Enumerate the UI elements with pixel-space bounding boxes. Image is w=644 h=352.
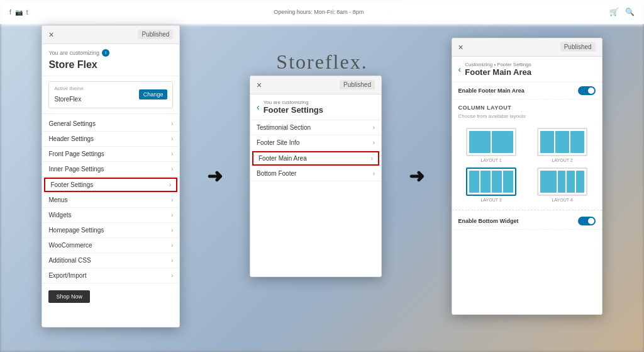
- layout-1-item[interactable]: LAYOUT 1: [458, 128, 525, 162]
- arrow-2: ➜: [409, 165, 425, 187]
- active-theme-name: StoreFlex: [54, 96, 81, 103]
- layout-2-box[interactable]: [537, 128, 587, 156]
- panel2-title: Footer Settings: [264, 105, 323, 115]
- chevron-icon: ›: [171, 150, 173, 157]
- layout-col: [555, 131, 569, 153]
- enable-footer-label: Enable Footer Main Area: [458, 88, 525, 94]
- layout-3-item[interactable]: LAYOUT 3: [458, 167, 525, 202]
- menu-item-woocommerce[interactable]: WooCommerce ›: [42, 238, 179, 253]
- chevron-icon: ›: [371, 155, 373, 162]
- menu-item-front-page-settings[interactable]: Front Page Settings ›: [42, 147, 179, 162]
- panel2-customizing-label: You are customizing: [264, 99, 323, 105]
- menu-item-additional-css[interactable]: Additional CSS ›: [42, 253, 179, 268]
- panel3-back-header: ‹ Customizing • Footer Settings Footer M…: [452, 57, 602, 82]
- menu-item-widgets[interactable]: Widgets ›: [42, 208, 179, 223]
- layout-col: [570, 131, 584, 153]
- column-layout-subtitle: Choose from available layouts: [452, 113, 602, 123]
- panel2-menu-footer-site-info[interactable]: Footer Site Info ›: [250, 135, 381, 150]
- chevron-icon: ›: [169, 181, 171, 188]
- shop-now-button[interactable]: Shop Now: [48, 290, 90, 303]
- active-theme-box: Active theme StoreFlex Change: [48, 81, 173, 108]
- enable-bottom-widget-row: Enable Bottom Widget: [452, 213, 602, 230]
- layout-1-box[interactable]: [466, 128, 516, 156]
- panel2-close-button[interactable]: ×: [257, 80, 262, 90]
- enable-bottom-widget-label: Enable Bottom Widget: [458, 218, 519, 224]
- layout-col: [558, 171, 566, 193]
- chevron-icon: ›: [373, 124, 375, 131]
- chevron-icon: ›: [171, 196, 173, 203]
- layout-col: [540, 131, 554, 153]
- menu-separator-1: [42, 113, 179, 114]
- panel2-back-button[interactable]: ‹: [257, 102, 260, 112]
- panel3-header: × Published: [452, 38, 602, 57]
- menu-item-menus[interactable]: Menus ›: [42, 193, 179, 208]
- menu-item-export-import[interactable]: Export/Import ›: [42, 268, 179, 283]
- panel3-back-button[interactable]: ‹: [458, 64, 462, 74]
- column-layout-title: Column Layout: [452, 99, 602, 113]
- panel1-title: Store Flex: [42, 58, 179, 76]
- layout-col: [480, 171, 491, 193]
- active-theme-label: Active theme: [54, 86, 83, 91]
- layout-col: [576, 171, 584, 193]
- panel3-title: Footer Main Area: [465, 67, 531, 77]
- menu-item-footer-settings[interactable]: Footer Settings ›: [44, 178, 177, 192]
- menu-item-header-settings[interactable]: Header Settings ›: [42, 132, 179, 147]
- layout-3-box[interactable]: [466, 167, 516, 196]
- chevron-icon: ›: [171, 242, 173, 249]
- menu-item-general-settings[interactable]: General Settings ›: [42, 116, 179, 132]
- chevron-icon: ›: [373, 139, 375, 146]
- panel1-header: × Published: [42, 26, 179, 44]
- layout-col: [492, 171, 502, 193]
- panel2-back-header: ‹ You are customizing Footer Settings: [250, 94, 381, 120]
- layout-col: [492, 131, 513, 153]
- panel2-menu-testimonial[interactable]: Testimonial Section ›: [250, 120, 381, 135]
- layout-col: [469, 171, 479, 193]
- enable-footer-toggle[interactable]: [578, 86, 596, 95]
- chevron-icon: ›: [171, 166, 173, 173]
- panel2-header: × Published: [250, 76, 381, 94]
- layout-4-box[interactable]: [537, 167, 587, 196]
- layout-2-item[interactable]: LAYOUT 2: [530, 128, 596, 162]
- layout-4-label: LAYOUT 4: [552, 198, 572, 202]
- panel2-status: Published: [340, 80, 375, 89]
- layout-2-label: LAYOUT 2: [552, 158, 572, 162]
- chevron-icon: ›: [171, 212, 173, 219]
- shop-button-container: Shop Now: [42, 283, 179, 309]
- layout-col: [567, 171, 575, 193]
- change-theme-button[interactable]: Change: [139, 89, 168, 99]
- layout-col: [503, 171, 513, 193]
- menu-item-homepage-settings[interactable]: Homepage Settings ›: [42, 223, 179, 238]
- panel2-menu-bottom-footer[interactable]: Bottom Footer ›: [250, 166, 381, 181]
- enable-bottom-widget-toggle[interactable]: [578, 217, 596, 225]
- chevron-icon: ›: [171, 227, 173, 234]
- chevron-icon: ›: [373, 170, 375, 177]
- panel3-close-button[interactable]: ×: [458, 42, 464, 52]
- layout-4-item[interactable]: LAYOUT 4: [530, 167, 596, 202]
- customizing-text: You are customizing: [48, 50, 99, 56]
- layouts-grid: LAYOUT 1 LAYOUT 2 LAYOUT 3: [452, 123, 602, 207]
- footer-main-area-panel: × Published ‹ Customizing • Footer Setti…: [452, 38, 602, 315]
- chevron-icon: ›: [171, 135, 173, 142]
- panel3-status: Published: [560, 42, 596, 52]
- chevron-icon: ›: [171, 120, 173, 127]
- panel1-customizing-label: You are customizing i: [42, 44, 179, 58]
- panel2-menu-footer-main-area[interactable]: Footer Main Area ›: [252, 151, 379, 166]
- layout-col: [540, 171, 557, 193]
- info-icon[interactable]: i: [102, 49, 109, 57]
- panel1-status: Published: [138, 30, 173, 39]
- dashed-divider: [452, 210, 602, 210]
- chevron-icon: ›: [171, 272, 173, 279]
- footer-settings-panel: × Published ‹ You are customizing Footer…: [250, 76, 382, 277]
- panel3-breadcrumb: Customizing • Footer Settings: [465, 62, 531, 67]
- customizer-main-panel: × Published You are customizing i Store …: [42, 25, 180, 327]
- panels-container: × Published You are customizing i Store …: [0, 0, 644, 352]
- arrow-1: ➜: [207, 165, 223, 187]
- menu-item-inner-page-settings[interactable]: Inner Page Settings ›: [42, 162, 179, 177]
- layout-col: [469, 131, 491, 153]
- layout-1-label: LAYOUT 1: [480, 158, 501, 162]
- panel1-close-button[interactable]: ×: [48, 30, 53, 40]
- layout-3-label: LAYOUT 3: [480, 198, 501, 202]
- enable-footer-toggle-row: Enable Footer Main Area: [452, 82, 602, 99]
- chevron-icon: ›: [171, 257, 173, 264]
